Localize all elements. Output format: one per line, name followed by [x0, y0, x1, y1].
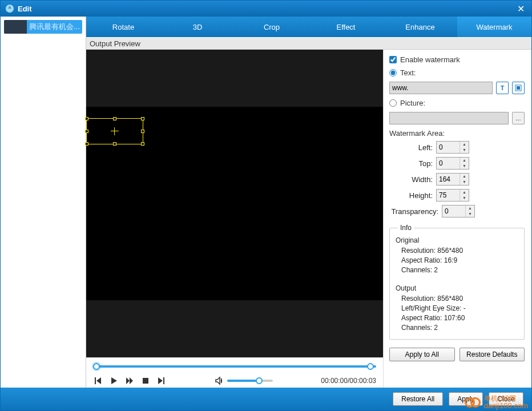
- output-head: Output: [396, 284, 518, 292]
- tab-rotate[interactable]: Rotate: [86, 17, 160, 37]
- output-channels: Channels: 2: [401, 324, 518, 332]
- tab-bar: Rotate 3D Crop Effect Enhance Watermark: [86, 17, 531, 37]
- left-stepper[interactable]: ▲▼: [436, 141, 469, 154]
- original-head: Original: [396, 236, 518, 244]
- resize-handle[interactable]: [85, 117, 88, 120]
- text-radio[interactable]: [389, 69, 397, 76]
- top-label: Top:: [389, 159, 436, 168]
- file-name: 腾讯最有机会...: [27, 22, 82, 32]
- close-icon[interactable]: ✕: [515, 3, 527, 14]
- tab-3d[interactable]: 3D: [160, 17, 235, 37]
- transparency-label: Transparency:: [389, 207, 442, 216]
- tab-crop[interactable]: Crop: [235, 17, 309, 37]
- picture-radio-label: Picture:: [400, 99, 425, 107]
- resize-handle[interactable]: [85, 130, 88, 133]
- output-lr-size: Left/Right Eye Size: -: [401, 304, 518, 312]
- restore-defaults-button[interactable]: Restore Defaults: [460, 348, 525, 361]
- apply-button[interactable]: Apply: [449, 392, 483, 406]
- enable-watermark-checkbox[interactable]: [389, 56, 397, 63]
- resize-handle[interactable]: [141, 117, 144, 120]
- height-stepper[interactable]: ▲▼: [436, 189, 469, 202]
- svg-rect-3: [517, 86, 520, 90]
- restore-all-button[interactable]: Restore All: [393, 392, 443, 406]
- file-item[interactable]: 腾讯最有机会...: [4, 20, 82, 34]
- info-group: Info Original Resolution: 856*480 Aspect…: [389, 228, 525, 340]
- width-label: Width:: [389, 175, 436, 184]
- height-label: Height:: [389, 191, 436, 200]
- text-radio-label: Text:: [400, 68, 416, 77]
- resize-handle[interactable]: [141, 142, 144, 146]
- stop-button[interactable]: [141, 376, 150, 385]
- close-button[interactable]: Close: [489, 392, 523, 406]
- picture-radio[interactable]: [389, 99, 397, 107]
- watermark-panel: Enable watermark Text: T Picture:: [383, 50, 531, 388]
- text-effect-button[interactable]: [512, 82, 525, 94]
- left-label: Left:: [389, 143, 436, 152]
- resize-handle[interactable]: [141, 130, 144, 133]
- resize-handle[interactable]: [113, 142, 116, 146]
- next-button[interactable]: [157, 376, 166, 385]
- original-resolution: Resolution: 856*480: [401, 247, 518, 255]
- preview-stage: [86, 50, 383, 357]
- top-stepper[interactable]: ▲▼: [436, 157, 469, 170]
- play-button[interactable]: [109, 376, 118, 385]
- transparency-stepper[interactable]: ▲▼: [442, 205, 475, 217]
- file-sidebar: 腾讯最有机会...: [1, 17, 86, 388]
- enable-watermark-label: Enable watermark: [400, 55, 460, 64]
- move-cross-icon: [111, 127, 119, 135]
- volume-slider[interactable]: [227, 380, 273, 382]
- svg-rect-1: [143, 378, 148, 384]
- info-legend: Info: [398, 224, 414, 232]
- timecode: 00:00:00/00:00:03: [321, 377, 376, 385]
- apply-to-all-button[interactable]: Apply to All: [389, 348, 455, 361]
- fast-forward-button[interactable]: [125, 376, 134, 385]
- original-channels: Channels: 2: [401, 266, 518, 274]
- app-icon: [5, 4, 14, 13]
- area-label: Watermark Area:: [389, 129, 525, 138]
- watermark-text-input[interactable]: [389, 82, 493, 94]
- browse-button[interactable]: ...: [512, 112, 525, 124]
- window-title: Edit: [18, 5, 515, 13]
- tab-watermark[interactable]: Watermark: [457, 17, 531, 37]
- picture-path-input: [389, 112, 509, 124]
- footer-bar: Restore All Apply Close 单机100网danji100.c…: [1, 388, 531, 410]
- player-bar: 00:00:00/00:00:03: [86, 357, 383, 388]
- resize-handle[interactable]: [113, 117, 116, 120]
- preview-label: Output Preview: [90, 39, 140, 48]
- width-stepper[interactable]: ▲▼: [436, 173, 469, 186]
- seek-slider[interactable]: [93, 362, 376, 370]
- file-thumbnail: [4, 20, 27, 34]
- volume-icon[interactable]: [215, 376, 224, 385]
- prev-button[interactable]: [93, 376, 102, 385]
- resize-handle[interactable]: [85, 142, 88, 146]
- text-style-button[interactable]: T: [496, 82, 509, 94]
- preview-header: Output Preview: [86, 37, 531, 50]
- tab-enhance[interactable]: Enhance: [383, 17, 457, 37]
- watermark-box[interactable]: [86, 118, 143, 144]
- original-aspect-ratio: Aspect Ratio: 16:9: [401, 256, 518, 264]
- output-resolution: Resolution: 856*480: [401, 295, 518, 303]
- titlebar: Edit ✕: [1, 1, 531, 17]
- tab-effect[interactable]: Effect: [309, 17, 383, 37]
- output-aspect-ratio: Aspect Ratio: 107:60: [401, 314, 518, 322]
